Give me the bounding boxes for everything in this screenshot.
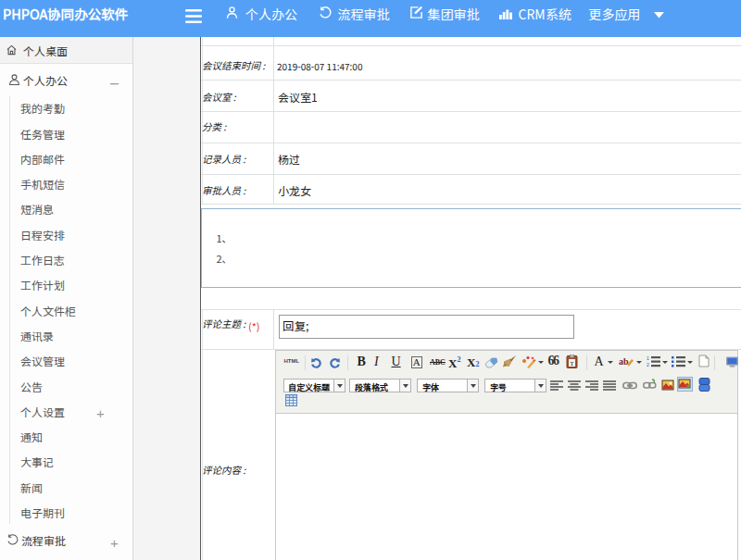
svg-text:2: 2 — [647, 362, 649, 367]
svg-text:ab: ab — [619, 356, 629, 367]
svg-text:T: T — [570, 360, 574, 367]
svg-text:1: 1 — [647, 355, 649, 361]
